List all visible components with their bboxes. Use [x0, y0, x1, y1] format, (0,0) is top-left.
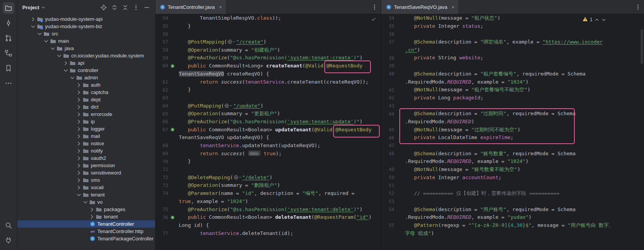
- code-line[interactable]: 60 public CommonResult<Long> createTenan…: [155, 62, 381, 70]
- chevron-right-icon[interactable]: [62, 60, 69, 66]
- code-line[interactable]: 75 @PreAuthorize("@ss.hasPermission('sys…: [155, 206, 381, 214]
- editor-gutter[interactable]: 44: [381, 111, 402, 117]
- code-line[interactable]: 54 @Schema(description = "用户账号", require…: [381, 206, 644, 214]
- inspection-widget[interactable]: 1: [581, 16, 608, 23]
- options-icon[interactable]: [132, 3, 140, 11]
- previous-problem-icon[interactable]: [594, 17, 599, 22]
- code-line[interactable]: 47: [381, 142, 644, 150]
- tree-item-dict[interactable]: dict: [17, 103, 155, 111]
- tree-item-yudao-module-system-api[interactable]: yudao-module-system-api: [17, 15, 155, 23]
- code-line[interactable]: 58 @Operation(summary = "创建租户"): [155, 46, 381, 54]
- search-icon[interactable]: [3, 220, 14, 231]
- project-title-chevron[interactable]: [41, 5, 46, 10]
- editor-gutter[interactable]: 55: [155, 23, 176, 30]
- editor-gutter[interactable]: 65: [155, 111, 176, 117]
- code-line[interactable]: 77 tenantService.deleteTenant(id);: [155, 230, 381, 238]
- editor-gutter[interactable]: [381, 230, 402, 237]
- code-line[interactable]: 68 tenantService.updateTenant(updateReqV…: [155, 142, 381, 150]
- editor-gutter[interactable]: [381, 47, 402, 54]
- editor-gutter[interactable]: [155, 222, 176, 229]
- code-line[interactable]: .RequiredMode.REQUIRED, example = "1024"…: [381, 158, 644, 166]
- code-line[interactable]: 50 private Integer accountCount;: [381, 174, 644, 182]
- endpoint-globe-icon[interactable]: [224, 103, 232, 108]
- tree-item-admin[interactable]: admin: [17, 74, 155, 81]
- code-line[interactable]: 73 @Operation(summary = "删除租户"): [155, 181, 381, 190]
- code-line[interactable]: 48 @Schema(description = "账号数量", require…: [381, 150, 644, 158]
- editor-gutter[interactable]: [381, 79, 402, 85]
- tab-TenantController.java[interactable]: CTenantController.java×: [155, 0, 226, 14]
- editor-gutter[interactable]: 76: [155, 214, 176, 221]
- chevron-right-icon[interactable]: [75, 163, 82, 169]
- tree-item-oauth2[interactable]: oauth2: [17, 154, 155, 162]
- pull-requests-icon[interactable]: [3, 32, 14, 44]
- editor-options-icon[interactable]: [631, 0, 644, 14]
- code-line[interactable]: 38 private String website;: [381, 54, 644, 62]
- close-tab-icon[interactable]: ×: [219, 5, 222, 10]
- code-line[interactable]: 字母 组成"): [381, 230, 644, 238]
- tree-item-notify[interactable]: notify: [17, 147, 155, 154]
- tree-item-java[interactable]: java: [17, 45, 155, 52]
- code-line[interactable]: 39: [381, 62, 644, 70]
- endpoint-gutter-icon[interactable]: [169, 214, 176, 221]
- tree-item-errorcode[interactable]: errorcode: [17, 111, 155, 118]
- chevron-down-icon[interactable]: [69, 75, 75, 81]
- code-line[interactable]: 35 private Integer status;: [381, 22, 644, 30]
- editor-gutter[interactable]: 35: [381, 23, 402, 30]
- editor-gutter[interactable]: 49: [381, 166, 402, 173]
- editor-gutter[interactable]: 63: [155, 95, 176, 101]
- editor-surface[interactable]: 54 TenantSimpleRespVO.class));55 }5657 @…: [155, 14, 381, 250]
- project-icon[interactable]: [3, 2, 14, 14]
- tree-item-auth[interactable]: auth: [17, 81, 155, 89]
- expand-all-icon[interactable]: [110, 3, 118, 11]
- code-line[interactable]: 71: [155, 166, 381, 174]
- editor-gutter[interactable]: 41: [381, 87, 402, 93]
- code-line[interactable]: 37 @Schema(description = "绑定域名", example…: [381, 38, 644, 46]
- tree-item-mail[interactable]: mail: [17, 133, 155, 140]
- editor-gutter[interactable]: 40: [381, 71, 402, 77]
- code-line[interactable]: 69 return success( data: true);: [155, 150, 381, 158]
- editor-gutter[interactable]: 59: [155, 55, 176, 61]
- code-line[interactable]: 51: [381, 181, 644, 190]
- code-line[interactable]: 64 @PutMapping("/update"): [155, 102, 381, 110]
- chevron-right-icon[interactable]: [75, 177, 82, 183]
- tree-item-vo[interactable]: vo: [17, 198, 155, 206]
- tree-item-logger[interactable]: logger: [17, 125, 155, 133]
- more-tools-icon[interactable]: [3, 77, 14, 89]
- tree-item-main[interactable]: main: [17, 37, 155, 45]
- editor-gutter[interactable]: 61: [155, 79, 176, 85]
- editor-gutter[interactable]: 55: [381, 222, 402, 229]
- code-line[interactable]: 63: [155, 94, 381, 102]
- tree-item-ip[interactable]: ip: [17, 118, 155, 125]
- chevron-right-icon[interactable]: [75, 89, 82, 96]
- code-line[interactable]: 62 }: [155, 86, 381, 94]
- code-line[interactable]: TenantSaveReqVO createReqVO) {: [155, 70, 381, 78]
- chevron-right-icon[interactable]: [75, 155, 82, 161]
- editor-gutter[interactable]: 48: [381, 151, 402, 157]
- editor-gutter[interactable]: 43: [381, 102, 402, 109]
- endpoint-globe-icon[interactable]: [234, 175, 242, 180]
- tab-TenantSaveReqVO.java[interactable]: CTenantSaveReqVO.java×: [381, 0, 458, 14]
- tree-item-notice[interactable]: notice: [17, 140, 155, 147]
- editor-gutter[interactable]: 34: [381, 15, 402, 22]
- editor-gutter[interactable]: 46: [381, 134, 402, 141]
- code-line[interactable]: true, example = "1024"): [155, 198, 381, 206]
- editor-gutter[interactable]: 45: [381, 126, 402, 133]
- tree-item-cn.iocoder.yudao.module.system[interactable]: cn.iocoder.yudao.module.system: [17, 52, 155, 59]
- editor-gutter[interactable]: 60: [155, 63, 176, 69]
- editor-gutter[interactable]: 51: [381, 182, 402, 189]
- code-line[interactable]: Long id) {: [155, 221, 381, 230]
- code-line[interactable]: 52 // ========== 仅【创建】时，需要传递的字段 ========…: [381, 190, 644, 198]
- tree-item-TenantController[interactable]: CTenantController: [17, 220, 155, 228]
- code-line[interactable]: 65 @Operation(summary = "更新租户"): [155, 110, 381, 118]
- editor-gutter[interactable]: 38: [381, 55, 402, 61]
- chevron-right-icon[interactable]: [88, 214, 95, 220]
- chevron-down-icon[interactable]: [82, 199, 88, 205]
- tree-item-socail[interactable]: socail: [17, 184, 155, 191]
- tree-item-captcha[interactable]: captcha: [17, 89, 155, 96]
- editor-gutter[interactable]: [155, 134, 176, 141]
- editor-gutter[interactable]: 58: [155, 47, 176, 54]
- code-line[interactable]: 49 @NotNull(message = "账号数量不能为空"): [381, 166, 644, 174]
- chevron-right-icon[interactable]: [75, 104, 82, 110]
- editor-gutter[interactable]: 72: [155, 174, 176, 181]
- tree-item-sms[interactable]: sms: [17, 176, 155, 184]
